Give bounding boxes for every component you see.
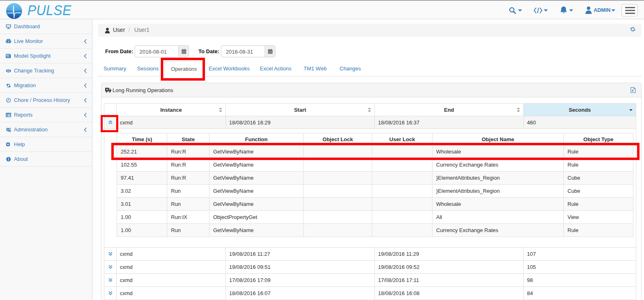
svg-text:x: x (632, 88, 634, 92)
